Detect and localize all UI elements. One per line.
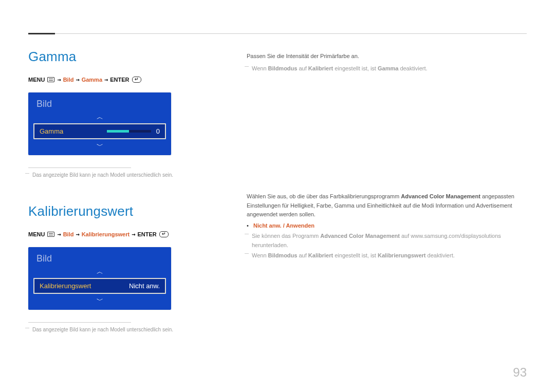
arrow-icon: → <box>132 231 135 238</box>
osd-item-value: 0 <box>156 127 160 135</box>
note-text: auf <box>297 252 308 258</box>
section-gamma-left: Gamma MENU → Bild → Gamma → ENTER Bild ︿… <box>28 49 200 178</box>
heading-kalibrierung: Kalibrierungswert <box>28 203 200 219</box>
enter-label: ENTER <box>110 77 129 83</box>
menu-label: MENU <box>28 77 45 83</box>
note-text: Wenn <box>252 252 268 258</box>
arrow-icon: → <box>76 231 79 238</box>
osd-item-value: Nicht anw. <box>129 282 160 290</box>
footnote-gamma: Das angezeigte Bild kann je nach Modell … <box>28 172 200 178</box>
osd-title: Bild <box>28 247 171 268</box>
arrow-icon: → <box>76 76 79 83</box>
slider-track <box>107 130 151 133</box>
note-text: eingestellt ist, ist <box>333 252 378 258</box>
osd-panel-gamma: Bild ︿ Gamma 0 ﹀ <box>28 92 171 155</box>
menu-path-gamma: MENU → Bild → Gamma → ENTER <box>28 76 200 83</box>
note-bold: Kalibrierungswert <box>378 252 426 258</box>
option-nicht-anw: Nicht anw. <box>253 222 282 229</box>
bullet-icon: • <box>247 222 249 229</box>
note-text: deaktiviert. <box>398 65 427 71</box>
footnote-rule <box>28 167 131 168</box>
path-bild: Bild <box>63 77 74 83</box>
kalibrierung-note-disabled: Wenn Bildmodus auf Kalibriert eingestell… <box>247 251 527 260</box>
gamma-description: Passen Sie die Intensität der Primärfarb… <box>247 52 527 61</box>
footnote-rule <box>28 322 131 323</box>
slider-fill <box>107 130 129 133</box>
arrow-icon: → <box>57 76 61 83</box>
header-rule-bold <box>28 33 55 34</box>
section-kalibrierung-right: Wählen Sie aus, ob die über das Farbkali… <box>247 192 527 260</box>
chevron-up-icon[interactable]: ︿ <box>28 268 171 278</box>
page-content: Gamma MENU → Bild → Gamma → ENTER Bild ︿… <box>28 49 527 332</box>
note-text: deaktiviert. <box>426 252 455 258</box>
menu-label: MENU <box>28 231 45 237</box>
kalibrierung-note-download: Sie können das Programm Advanced Color M… <box>247 232 527 250</box>
menu-path-kalibrierung: MENU → Bild → Kalibrierungswert → ENTER <box>28 231 200 238</box>
enter-icon <box>159 231 169 237</box>
path-gamma: Gamma <box>82 77 102 83</box>
path-bild: Bild <box>63 231 74 237</box>
menu-icon <box>47 77 54 82</box>
note-text: Wenn <box>252 65 268 71</box>
gamma-note: Wenn Bildmodus auf Kalibriert eingestell… <box>247 64 527 73</box>
note-text: auf <box>297 65 308 71</box>
gamma-slider[interactable]: 0 <box>107 127 160 135</box>
osd-title: Bild <box>28 92 171 114</box>
osd-item-gamma[interactable]: Gamma 0 <box>33 123 166 139</box>
arrow-icon: → <box>57 231 61 238</box>
osd-item-label: Gamma <box>40 127 63 135</box>
osd-item-label: Kalibrierungswert <box>40 282 91 290</box>
desc-text: Wählen Sie aus, ob die über das Farbkali… <box>247 193 401 199</box>
note-text: eingestellt ist, ist <box>333 65 378 71</box>
menu-icon <box>47 232 54 237</box>
note-bold: Kalibriert <box>308 252 333 258</box>
note-bold: Kalibriert <box>308 65 333 71</box>
option-anwenden: Anwenden <box>286 222 314 229</box>
desc-bold: Advanced Color Management <box>401 193 480 199</box>
chevron-down-icon[interactable]: ﹀ <box>28 294 171 310</box>
section-kalibrierung-left: Kalibrierungswert MENU → Bild → Kalibrie… <box>28 203 200 332</box>
note-bold: Gamma <box>378 65 398 71</box>
section-gamma-right: Passen Sie die Intensität der Primärfarb… <box>247 52 527 73</box>
options-row: • Nicht anw. / Anwenden <box>247 222 527 229</box>
chevron-down-icon[interactable]: ﹀ <box>28 139 171 155</box>
page-number: 93 <box>513 365 527 380</box>
note-bold: Advanced Color Management <box>320 233 400 239</box>
kalibrierung-description: Wählen Sie aus, ob die über das Farbkali… <box>247 192 527 219</box>
osd-panel-kalibrierung: Bild ︿ Kalibrierungswert Nicht anw. ﹀ <box>28 247 171 310</box>
arrow-icon: → <box>104 76 108 83</box>
right-column: Passen Sie die Intensität der Primärfarb… <box>247 49 527 332</box>
note-bold: Bildmodus <box>268 65 298 71</box>
enter-label: ENTER <box>137 231 156 237</box>
path-kalibrierung: Kalibrierungswert <box>82 231 130 237</box>
footnote-kalibrierung: Das angezeigte Bild kann je nach Modell … <box>28 327 200 332</box>
note-text: Sie können das Programm <box>252 233 320 239</box>
enter-icon <box>132 77 141 83</box>
osd-item-kalibrierung[interactable]: Kalibrierungswert Nicht anw. <box>33 278 166 294</box>
chevron-up-icon[interactable]: ︿ <box>28 114 171 123</box>
left-column: Gamma MENU → Bild → Gamma → ENTER Bild ︿… <box>28 49 200 332</box>
header-rule <box>28 33 527 34</box>
note-bold: Bildmodus <box>268 252 298 258</box>
heading-gamma: Gamma <box>28 49 200 65</box>
